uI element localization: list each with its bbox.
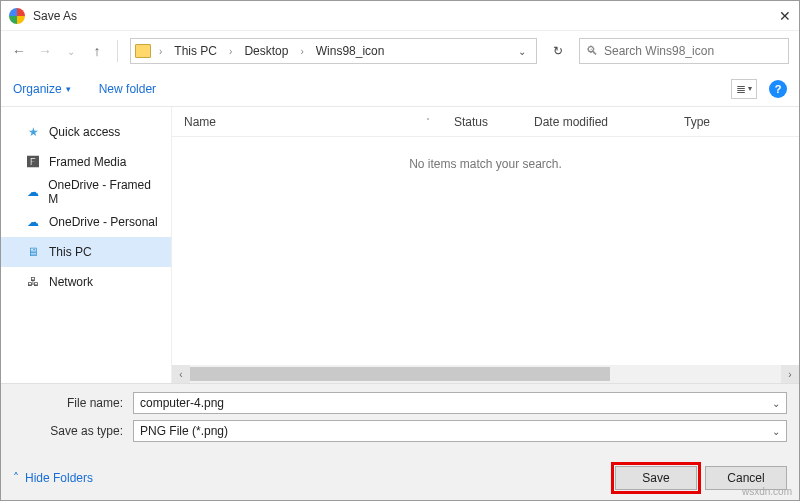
filename-row: File name: computer-4.png ⌄ — [13, 392, 787, 414]
save-button[interactable]: Save — [615, 466, 697, 490]
sidebar-item-onedrive-framed[interactable]: ☁ OneDrive - Framed M — [1, 177, 171, 207]
column-name[interactable]: Name ˄ — [172, 115, 442, 129]
sidebar-item-quick-access[interactable]: ★ Quick access — [1, 117, 171, 147]
breadcrumb-thispc[interactable]: This PC — [170, 42, 221, 60]
breadcrumb-desktop[interactable]: Desktop — [240, 42, 292, 60]
column-type[interactable]: Type — [672, 115, 799, 129]
save-as-dialog: Save As ✕ ← → ⌄ ↑ › This PC › Desktop › … — [0, 0, 800, 501]
column-headers: Name ˄ Status Date modified Type — [172, 107, 799, 137]
nav-arrows: ← → ⌄ ↑ — [11, 43, 105, 59]
search-icon: 🔍︎ — [586, 44, 598, 58]
column-date[interactable]: Date modified — [522, 115, 672, 129]
toolbar: Organize ▾ New folder ≣ ▾ ? — [1, 71, 799, 107]
scroll-thumb[interactable] — [190, 367, 610, 381]
filename-label: File name: — [13, 396, 133, 410]
sidebar-item-this-pc[interactable]: 🖥 This PC — [1, 237, 171, 267]
media-icon: 🅵 — [25, 154, 41, 170]
chevron-icon[interactable]: › — [296, 46, 307, 57]
actions-row: ˄ Hide Folders Save Cancel — [13, 448, 787, 490]
refresh-button[interactable]: ↻ — [543, 38, 573, 64]
chevron-icon[interactable]: › — [225, 46, 236, 57]
hide-folders-toggle[interactable]: ˄ Hide Folders — [13, 471, 93, 485]
chevron-up-icon: ˄ — [13, 471, 19, 485]
sidebar-label: Quick access — [49, 125, 120, 139]
chevron-icon[interactable]: › — [155, 46, 166, 57]
savetype-row: Save as type: PNG File (*.png) ⌄ — [13, 420, 787, 442]
breadcrumb-bar[interactable]: › This PC › Desktop › Wins98_icon ⌄ — [130, 38, 537, 64]
breadcrumb-dropdown-icon[interactable]: ⌄ — [512, 46, 532, 57]
sidebar-item-framed-media[interactable]: 🅵 Framed Media — [1, 147, 171, 177]
watermark: wsxdn.com — [742, 486, 792, 497]
search-input[interactable] — [604, 44, 782, 58]
bottom-panel: File name: computer-4.png ⌄ Save as type… — [1, 383, 799, 500]
scroll-left-icon[interactable]: ‹ — [172, 365, 190, 383]
body-area: ★ Quick access 🅵 Framed Media ☁ OneDrive… — [1, 107, 799, 383]
savetype-select[interactable]: PNG File (*.png) ⌄ — [133, 420, 787, 442]
back-button[interactable]: ← — [11, 43, 27, 59]
column-status[interactable]: Status — [442, 115, 522, 129]
sidebar-label: OneDrive - Framed M — [48, 178, 159, 206]
sidebar-label: Framed Media — [49, 155, 126, 169]
savetype-label: Save as type: — [13, 424, 133, 438]
chevron-down-icon: ▾ — [66, 84, 71, 94]
separator — [117, 40, 118, 62]
sidebar-label: Network — [49, 275, 93, 289]
sidebar-item-onedrive-personal[interactable]: ☁ OneDrive - Personal — [1, 207, 171, 237]
titlebar: Save As ✕ — [1, 1, 799, 31]
chevron-down-icon[interactable]: ⌄ — [772, 398, 780, 409]
sidebar-label: This PC — [49, 245, 92, 259]
network-icon: 🖧 — [25, 274, 41, 290]
savetype-value: PNG File (*.png) — [140, 424, 772, 438]
up-button[interactable]: ↑ — [89, 43, 105, 59]
new-folder-button[interactable]: New folder — [99, 82, 156, 96]
col-label: Name — [184, 115, 216, 129]
view-options-button[interactable]: ≣ ▾ — [731, 79, 757, 99]
organize-label: Organize — [13, 82, 62, 96]
pc-icon: 🖥 — [25, 244, 41, 260]
empty-message: No items match your search. — [172, 137, 799, 365]
chevron-down-icon[interactable]: ⌄ — [772, 426, 780, 437]
filename-value: computer-4.png — [140, 396, 772, 410]
cloud-icon: ☁ — [25, 184, 40, 200]
cloud-icon: ☁ — [25, 214, 41, 230]
file-list-area: Name ˄ Status Date modified Type No item… — [171, 107, 799, 383]
forward-button[interactable]: → — [37, 43, 53, 59]
breadcrumb-folder[interactable]: Wins98_icon — [312, 42, 389, 60]
sidebar-item-network[interactable]: 🖧 Network — [1, 267, 171, 297]
horizontal-scrollbar[interactable]: ‹ › — [172, 365, 799, 383]
search-box[interactable]: 🔍︎ — [579, 38, 789, 64]
hide-folders-label: Hide Folders — [25, 471, 93, 485]
sidebar-label: OneDrive - Personal — [49, 215, 158, 229]
folder-icon — [135, 44, 151, 58]
chrome-icon — [9, 8, 25, 24]
scroll-right-icon[interactable]: › — [781, 365, 799, 383]
navigation-row: ← → ⌄ ↑ › This PC › Desktop › Wins98_ico… — [1, 31, 799, 71]
sidebar: ★ Quick access 🅵 Framed Media ☁ OneDrive… — [1, 107, 171, 383]
organize-menu[interactable]: Organize ▾ — [13, 82, 71, 96]
window-title: Save As — [33, 9, 751, 23]
star-icon: ★ — [25, 124, 41, 140]
filename-input[interactable]: computer-4.png ⌄ — [133, 392, 787, 414]
recent-dropdown-icon[interactable]: ⌄ — [63, 43, 79, 59]
close-button[interactable]: ✕ — [751, 8, 791, 24]
sort-indicator-icon: ˄ — [426, 117, 430, 126]
help-button[interactable]: ? — [769, 80, 787, 98]
